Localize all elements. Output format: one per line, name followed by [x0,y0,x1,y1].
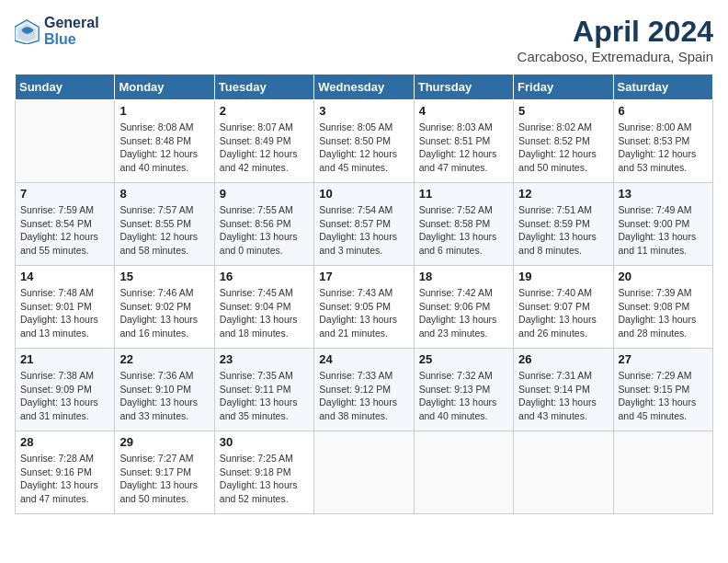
info-line: Daylight: 13 hours [619,396,697,408]
info-line: Sunset: 9:16 PM [20,466,92,477]
info-line: Sunset: 9:09 PM [20,384,92,395]
table-row [16,100,115,183]
calendar-subtitle: Carcaboso, Extremadura, Spain [518,49,713,64]
info-line: and 21 minutes. [319,327,388,339]
day-number: 21 [20,352,109,366]
col-monday: Monday [115,75,214,100]
day-info: Sunrise: 7:48 AMSunset: 9:01 PMDaylight:… [20,286,109,340]
info-line: Sunrise: 7:43 AM [319,287,392,298]
info-line: Sunrise: 7:49 AM [619,204,692,215]
day-info: Sunrise: 7:54 AMSunset: 8:57 PMDaylight:… [319,203,408,258]
day-number: 30 [220,435,309,449]
info-line: Sunset: 9:15 PM [619,384,690,395]
info-line: and 18 minutes. [220,327,289,339]
day-info: Sunrise: 7:33 AMSunset: 9:12 PMDaylight:… [319,369,408,423]
day-number: 2 [220,104,309,118]
info-line: and 16 minutes. [119,327,188,339]
info-line: Sunrise: 7:29 AM [619,370,692,381]
info-line: Daylight: 13 hours [220,231,298,242]
table-row: 13Sunrise: 7:49 AMSunset: 9:00 PMDayligh… [613,183,712,266]
info-line: Sunset: 8:57 PM [319,218,391,229]
info-line: Sunset: 8:50 PM [319,135,391,146]
info-line: Sunrise: 8:07 AM [220,121,293,132]
info-line: and 40 minutes. [419,410,488,421]
header: General Blue April 2024 Carcaboso, Extre… [15,15,713,64]
table-row: 9Sunrise: 7:55 AMSunset: 8:56 PMDaylight… [214,183,313,266]
info-line: Daylight: 13 hours [319,314,397,325]
info-line: Sunset: 8:52 PM [518,135,590,146]
table-row: 16Sunrise: 7:45 AMSunset: 9:04 PMDayligh… [214,266,313,349]
info-line: Daylight: 12 hours [518,148,597,159]
day-info: Sunrise: 8:08 AMSunset: 8:48 PMDaylight:… [119,121,209,175]
day-info: Sunrise: 7:59 AMSunset: 8:54 PMDaylight:… [20,203,109,258]
info-line: and 35 minutes. [220,410,289,421]
day-number: 20 [619,270,708,283]
day-info: Sunrise: 7:38 AMSunset: 9:09 PMDaylight:… [20,369,109,423]
info-line: Sunset: 9:08 PM [619,301,690,312]
info-line: Daylight: 13 hours [419,396,497,408]
day-number: 6 [619,104,708,118]
info-line: Daylight: 13 hours [319,231,397,242]
info-line: and 0 minutes. [220,245,283,256]
day-info: Sunrise: 7:32 AMSunset: 9:13 PMDaylight:… [419,369,508,423]
info-line: Sunset: 8:53 PM [619,135,690,146]
week-row-3: 14Sunrise: 7:48 AMSunset: 9:01 PMDayligh… [16,266,713,349]
day-info: Sunrise: 7:29 AMSunset: 9:15 PMDaylight:… [619,369,708,423]
table-row: 8Sunrise: 7:57 AMSunset: 8:55 PMDaylight… [115,183,214,266]
table-row: 2Sunrise: 8:07 AMSunset: 8:49 PMDaylight… [214,100,313,183]
info-line: Sunset: 9:05 PM [319,301,391,312]
info-line: Sunset: 9:04 PM [220,301,291,312]
table-row: 25Sunrise: 7:32 AMSunset: 9:13 PMDayligh… [414,349,513,431]
day-number: 9 [220,187,309,201]
info-line: Daylight: 12 hours [119,148,198,159]
info-line: Sunrise: 8:05 AM [319,121,392,132]
table-row: 29Sunrise: 7:27 AMSunset: 9:17 PMDayligh… [115,431,214,514]
logo: General Blue [15,15,99,48]
info-line: and 42 minutes. [220,162,289,173]
info-line: Sunset: 9:12 PM [319,384,391,395]
info-line: Sunset: 8:51 PM [419,135,491,146]
table-row: 1Sunrise: 8:08 AMSunset: 8:48 PMDaylight… [115,100,214,183]
table-row: 17Sunrise: 7:43 AMSunset: 9:05 PMDayligh… [314,266,414,349]
day-info: Sunrise: 7:45 AMSunset: 9:04 PMDaylight:… [220,286,309,340]
info-line: Daylight: 13 hours [20,479,98,490]
day-info: Sunrise: 7:46 AMSunset: 9:02 PMDaylight:… [119,286,209,340]
info-line: Sunset: 9:06 PM [419,301,491,312]
day-number: 25 [419,352,508,366]
info-line: Sunrise: 7:32 AM [419,370,493,381]
info-line: Daylight: 12 hours [119,231,198,242]
info-line: Sunrise: 7:59 AM [20,204,94,215]
info-line: Daylight: 13 hours [119,396,198,408]
info-line: and 50 minutes. [119,493,188,504]
info-line: Sunset: 9:11 PM [220,384,291,395]
week-row-4: 21Sunrise: 7:38 AMSunset: 9:09 PMDayligh… [16,349,713,431]
table-row: 15Sunrise: 7:46 AMSunset: 9:02 PMDayligh… [115,266,214,349]
info-line: and 50 minutes. [518,162,587,173]
info-line: and 8 minutes. [518,245,582,256]
table-row [514,431,613,514]
logo-text: General Blue [44,15,99,48]
info-line: Daylight: 13 hours [619,314,697,325]
info-line: and 3 minutes. [319,245,382,256]
table-row: 27Sunrise: 7:29 AMSunset: 9:15 PMDayligh… [613,349,712,431]
table-row: 5Sunrise: 8:02 AMSunset: 8:52 PMDaylight… [514,100,613,183]
info-line: Daylight: 13 hours [220,479,298,490]
info-line: Daylight: 13 hours [319,396,397,408]
day-info: Sunrise: 7:49 AMSunset: 9:00 PMDaylight:… [619,203,708,258]
table-row: 14Sunrise: 7:48 AMSunset: 9:01 PMDayligh… [16,266,115,349]
day-info: Sunrise: 7:42 AMSunset: 9:06 PMDaylight:… [419,286,508,340]
info-line: Daylight: 13 hours [20,314,98,325]
day-info: Sunrise: 7:25 AMSunset: 9:18 PMDaylight:… [220,452,309,506]
info-line: Sunrise: 7:33 AM [319,370,392,381]
info-line: and 33 minutes. [119,410,188,421]
day-number: 22 [119,352,209,366]
info-line: and 58 minutes. [119,245,188,256]
day-number: 16 [220,270,309,283]
table-row: 3Sunrise: 8:05 AMSunset: 8:50 PMDaylight… [314,100,414,183]
info-line: and 13 minutes. [20,327,89,339]
info-line: and 31 minutes. [20,410,89,421]
info-line: Daylight: 13 hours [220,396,298,408]
calendar-header-row: Sunday Monday Tuesday Wednesday Thursday… [16,75,713,100]
day-number: 26 [518,352,608,366]
info-line: Daylight: 13 hours [518,396,597,408]
